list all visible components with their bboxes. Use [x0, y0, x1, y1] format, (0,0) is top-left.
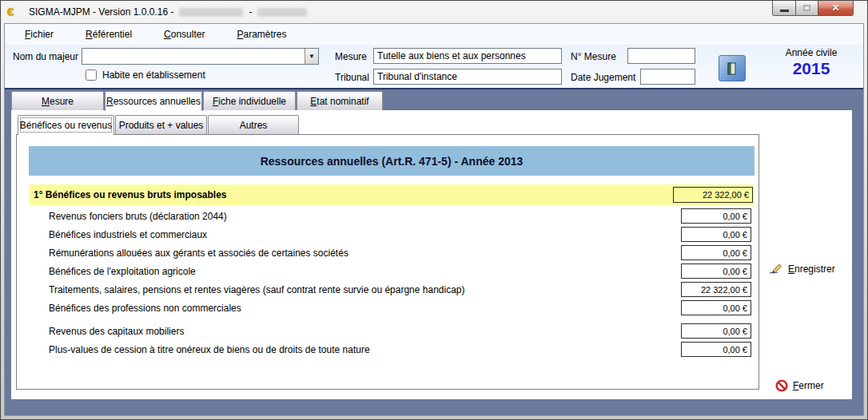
minimize-button[interactable]: [772, 1, 796, 16]
menu-item-referentiel[interactable]: Référentiel: [77, 25, 141, 44]
total-row: 1° Bénéfices ou revenus bruts imposables: [29, 184, 755, 205]
menu-item-parametres[interactable]: Paramètres: [228, 25, 295, 44]
rows-list: Revenus fonciers bruts (déclaration 2044…: [17, 207, 759, 359]
tribunal-label: Tribunal: [335, 72, 369, 83]
window-title-separator: -: [249, 6, 252, 18]
habite-checkbox[interactable]: [86, 69, 97, 81]
table-row: Bénéfices industriels et commerciaux: [17, 225, 759, 244]
window-title: SIGMA-MJPM - Version 1.0.0.16 -: [29, 6, 173, 18]
maximize-button[interactable]: [796, 1, 818, 16]
table-row: Bénéfices des professions non commercial…: [17, 299, 759, 317]
subtab-autres[interactable]: Autres: [208, 115, 299, 134]
row-value-input[interactable]: [681, 227, 751, 242]
application-window: € SIGMA-MJPM - Version 1.0.0.16 - - ✕ Fi…: [0, 0, 868, 420]
close-button[interactable]: ✕: [818, 1, 854, 16]
table-row: Plus-values de cession à titre onéreux d…: [17, 340, 759, 359]
fermer-button[interactable]: Fermer: [770, 378, 829, 393]
main-tabs: Mesure Ressources annuelles Fiche indivi…: [11, 91, 384, 111]
row-value-input[interactable]: [681, 342, 751, 357]
row-label: Bénéfices de l'exploitation agricole: [49, 266, 196, 277]
subtab-produits-et-values[interactable]: Produits et + values: [115, 115, 207, 134]
annee-civile-button[interactable]: [719, 55, 746, 81]
annee-civile-label: Année civile: [766, 47, 856, 58]
menu-item-fichier[interactable]: Fichier: [16, 25, 62, 44]
section-header: Ressources annuelles (Art.R. 471-5) - An…: [29, 146, 755, 176]
total-row-value[interactable]: [673, 187, 753, 203]
table-row: Rémunérations allouées aux gérants et as…: [17, 244, 759, 262]
table-row: Bénéfices de l'exploitation agricole: [17, 262, 759, 280]
client-area: Fichier Référentiel Consulter Paramètres…: [4, 23, 864, 416]
nom-du-majeur-combobox[interactable]: ▼: [82, 48, 319, 65]
menubar: Fichier Référentiel Consulter Paramètres: [5, 24, 863, 45]
row-label: Bénéfices industriels et commerciaux: [49, 229, 207, 240]
tribunal-input[interactable]: [373, 69, 562, 85]
row-value-input[interactable]: [681, 263, 751, 279]
row-value-input[interactable]: [681, 323, 751, 339]
euro-icon: €: [7, 5, 23, 19]
close-icon: ✕: [831, 2, 839, 14]
tab-ressources-annuelles[interactable]: Ressources annuelles: [105, 91, 202, 111]
row-label: Plus-values de cession à titre onéreux d…: [49, 344, 370, 355]
pencil-icon: [769, 263, 783, 275]
redacted-text: [257, 8, 307, 17]
redacted-text: [179, 8, 243, 17]
enregistrer-button[interactable]: Enregistrer: [764, 262, 840, 275]
table-row: Traitements, salaires, pensions et rente…: [17, 280, 759, 299]
book-icon: [726, 61, 739, 76]
total-row-label: 1° Bénéfices ou revenus bruts imposables: [34, 189, 227, 200]
maximize-icon: [803, 5, 810, 11]
enregistrer-label: Enregistrer: [788, 263, 835, 275]
row-value-input[interactable]: [681, 245, 751, 260]
menu-item-consulter[interactable]: Consulter: [155, 25, 213, 44]
habite-label: Habite en établissement: [102, 69, 205, 81]
date-jugement-input[interactable]: [640, 69, 695, 85]
header-panel: Nom du majeur ▼ Habite en établissement …: [5, 45, 863, 89]
row-label: Traitements, salaires, pensions et rente…: [49, 284, 465, 295]
subtab-benefices-ou-revenus[interactable]: Bénéfices ou revenus: [18, 115, 114, 135]
numero-mesure-label: N° Mesure: [571, 51, 616, 62]
minimize-icon: [780, 10, 789, 12]
date-jugement-label: Date Jugement: [571, 72, 635, 83]
row-value-input[interactable]: [681, 282, 751, 297]
combo-dropdown-button[interactable]: ▼: [305, 49, 318, 64]
row-value-input[interactable]: [681, 208, 751, 224]
annee-civile-value: 2015: [766, 59, 856, 78]
sub-tabs: Bénéfices ou revenus Produits et + value…: [18, 115, 300, 135]
window-controls: ✕: [772, 1, 854, 16]
row-label: Bénéfices des professions non commercial…: [49, 303, 241, 314]
table-row: Revenus des capitaux mobiliers: [17, 322, 759, 340]
row-label: Rémunérations allouées aux gérants et as…: [49, 248, 348, 259]
benefices-ou-revenus-panel: Ressources annuelles (Art.R. 471-5) - An…: [16, 134, 759, 390]
tab-mesure[interactable]: Mesure: [11, 91, 104, 110]
window-titlebar: € SIGMA-MJPM - Version 1.0.0.16 - -: [1, 1, 867, 23]
row-label: Revenus fonciers bruts (déclaration 2044…: [49, 211, 227, 222]
mesure-input[interactable]: [373, 48, 562, 64]
fermer-label: Fermer: [793, 380, 824, 391]
tab-etat-nominatif[interactable]: Etat nominatif: [297, 91, 383, 110]
table-row: Revenus fonciers bruts (déclaration 2044…: [17, 207, 759, 225]
no-entry-icon: [775, 379, 788, 392]
ressources-annuelles-page: Bénéfices ou revenus Produits et + value…: [11, 110, 852, 399]
chevron-down-icon: ▼: [309, 53, 315, 60]
nom-du-majeur-label: Nom du majeur: [13, 51, 78, 62]
mesure-label: Mesure: [335, 51, 367, 62]
tab-fiche-individuelle[interactable]: Fiche individuelle: [203, 91, 296, 110]
row-value-input[interactable]: [681, 300, 751, 315]
numero-mesure-input[interactable]: [627, 48, 695, 64]
row-label: Revenus des capitaux mobiliers: [49, 326, 184, 337]
